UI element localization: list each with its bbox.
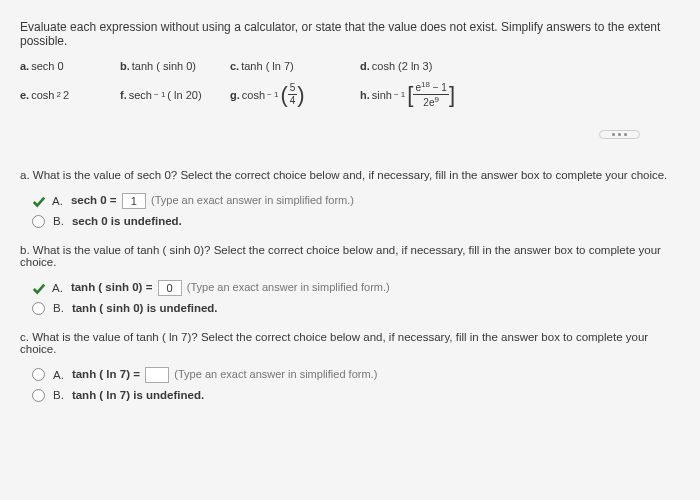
qb-choice-a[interactable]: A. tanh ( sinh 0) = 0 (Type an exact ans… xyxy=(32,280,680,296)
expr-h-label: h. xyxy=(360,89,370,101)
expressions-row-1: a. sech 0 b. tanh ( sinh 0) c. tanh ( ln… xyxy=(20,60,680,72)
expr-h-prefix: sinh xyxy=(372,89,392,101)
qb-b-label: B. xyxy=(53,302,64,314)
expr-f-sup: − 1 xyxy=(154,90,165,99)
radio-icon[interactable] xyxy=(32,215,45,228)
expr-e-suffix: 2 xyxy=(63,89,69,101)
qb-a-label: A. xyxy=(52,282,63,294)
expr-f-prefix: sech xyxy=(129,89,152,101)
qb-a-hint: (Type an exact answer in simplified form… xyxy=(187,281,390,293)
expr-b: b. tanh ( sinh 0) xyxy=(120,60,230,72)
expr-b-text: tanh ( sinh 0) xyxy=(132,60,196,72)
qa-b-text: sech 0 is undefined. xyxy=(72,215,182,227)
qa-a-label: A. xyxy=(52,195,63,207)
qc-choice-a[interactable]: A. tanh ( ln 7) = (Type an exact answer … xyxy=(32,367,680,383)
expr-e: e. cosh22 xyxy=(20,80,120,110)
expr-f-label: f. xyxy=(120,89,127,101)
expr-a-text: sech 0 xyxy=(31,60,63,72)
expr-a-label: a. xyxy=(20,60,29,72)
qb-choice-b[interactable]: B. tanh ( sinh 0) is undefined. xyxy=(32,302,680,315)
expr-c: c. tanh ( ln 7) xyxy=(230,60,360,72)
bracket-right-icon: ] xyxy=(449,84,455,106)
instruction-text: Evaluate each expression without using a… xyxy=(20,20,680,48)
qb-a-pre: tanh ( sinh 0) = xyxy=(71,281,156,293)
qc-a-pre: tanh ( ln 7) = xyxy=(72,368,143,380)
expr-g-label: g. xyxy=(230,89,240,101)
qb-b-text: tanh ( sinh 0) is undefined. xyxy=(72,302,218,314)
radio-icon[interactable] xyxy=(32,389,45,402)
expr-h-bot: 2e9 xyxy=(421,95,441,109)
checkmark-icon xyxy=(32,282,44,294)
qa-a-input[interactable]: 1 xyxy=(122,193,146,209)
qc-a-label: A. xyxy=(53,369,64,381)
expressions-row-2: e. cosh22 f. sech − 1( ln 20) g. cosh − … xyxy=(20,80,680,110)
radio-icon[interactable] xyxy=(32,368,45,381)
question-a-prompt: a. What is the value of sech 0? Select t… xyxy=(20,169,680,181)
expr-f: f. sech − 1( ln 20) xyxy=(120,80,230,110)
qc-b-label: B. xyxy=(53,389,64,401)
expr-h: h. sinh − 1 [ e18 − 1 2e9 ] xyxy=(360,80,500,110)
qa-a-hint: (Type an exact answer in simplified form… xyxy=(151,194,354,206)
expr-e-prefix: cosh xyxy=(31,89,54,101)
expr-e-label: e. xyxy=(20,89,29,101)
expr-c-text: tanh ( ln 7) xyxy=(241,60,294,72)
radio-icon[interactable] xyxy=(32,302,45,315)
qc-a-hint: (Type an exact answer in simplified form… xyxy=(174,368,377,380)
qb-a-input[interactable]: 0 xyxy=(158,280,182,296)
paren-right-icon: ) xyxy=(297,84,304,106)
expr-f-suffix: ( ln 20) xyxy=(167,89,201,101)
expr-d: d. cosh (2 ln 3) xyxy=(360,60,470,72)
paren-left-icon: ( xyxy=(280,84,287,106)
expr-g-bot: 4 xyxy=(288,95,298,107)
expr-d-text: cosh (2 ln 3) xyxy=(372,60,433,72)
expr-b-label: b. xyxy=(120,60,130,72)
expr-g-top: 5 xyxy=(288,82,298,95)
expr-g-fraction: 5 4 xyxy=(288,82,298,107)
expr-d-label: d. xyxy=(360,60,370,72)
expr-g: g. cosh − 1 ( 5 4 ) xyxy=(230,80,360,110)
qc-a-input[interactable] xyxy=(145,367,169,383)
checkmark-icon xyxy=(32,195,44,207)
question-c-prompt: c. What is the value of tanh ( ln 7)? Se… xyxy=(20,331,680,355)
expr-h-fraction: e18 − 1 2e9 xyxy=(413,80,448,110)
qa-choice-b[interactable]: B. sech 0 is undefined. xyxy=(32,215,680,228)
expr-a: a. sech 0 xyxy=(20,60,120,72)
qa-choice-a[interactable]: A. sech 0 = 1 (Type an exact answer in s… xyxy=(32,193,680,209)
expr-h-sup: − 1 xyxy=(394,90,405,99)
expr-h-top: e18 − 1 xyxy=(413,80,448,95)
qc-choice-b[interactable]: B. tanh ( ln 7) is undefined. xyxy=(32,389,680,402)
more-button[interactable] xyxy=(599,130,640,139)
qc-b-text: tanh ( ln 7) is undefined. xyxy=(72,389,204,401)
qa-b-label: B. xyxy=(53,215,64,227)
expr-g-prefix: cosh xyxy=(242,89,265,101)
expr-c-label: c. xyxy=(230,60,239,72)
question-b-prompt: b. What is the value of tanh ( sinh 0)? … xyxy=(20,244,680,268)
expr-g-sup: − 1 xyxy=(267,90,278,99)
qa-a-pre: sech 0 = xyxy=(71,194,120,206)
more-indicator xyxy=(20,130,640,139)
expr-e-sup: 2 xyxy=(56,90,60,99)
